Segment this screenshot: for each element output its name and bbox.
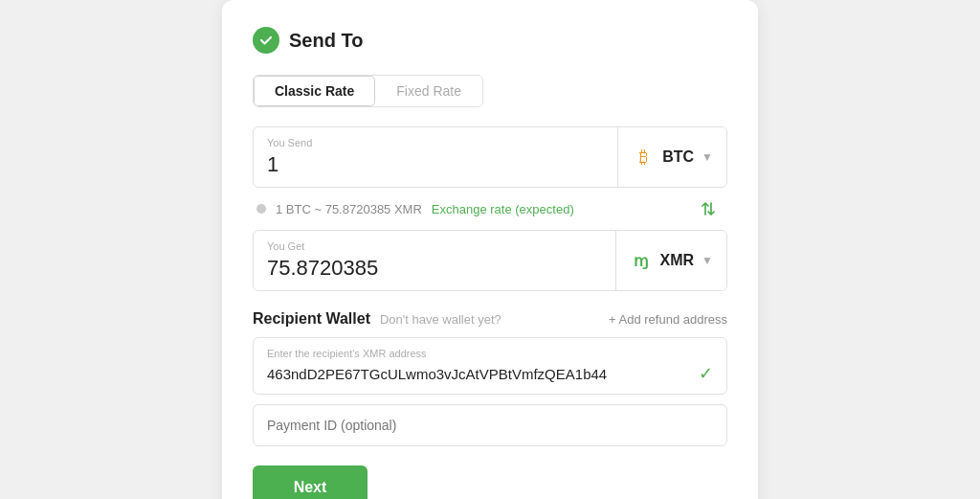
you-send-label: You Send <box>267 137 604 148</box>
exchange-section: You Send ₿ BTC ▼ 1 BTC ~ 75.8720385 XMR … <box>253 126 727 291</box>
address-valid-icon: ✓ <box>699 363 713 384</box>
exchange-rate-row: 1 BTC ~ 75.8720385 XMR Exchange rate (ex… <box>253 188 727 230</box>
you-get-row: You Get ɱ XMR ▼ <box>253 230 727 291</box>
rate-dot-icon <box>256 204 266 214</box>
get-currency-dropdown-icon: ▼ <box>702 254 713 267</box>
no-wallet-link[interactable]: Don't have wallet yet? <box>380 312 501 327</box>
next-button[interactable]: Next <box>253 465 368 499</box>
recipient-address-input[interactable] <box>267 366 691 382</box>
tab-fixed-rate[interactable]: Fixed Rate <box>375 76 482 106</box>
address-box: Enter the recipient's XMR address ✓ <box>253 337 727 395</box>
recipient-section: Recipient Wallet Don't have wallet yet? … <box>253 310 727 499</box>
recipient-title: Recipient Wallet <box>253 310 370 328</box>
send-currency-dropdown-icon: ▼ <box>702 150 713 164</box>
btc-icon: ₿ <box>632 146 655 169</box>
send-currency-selector[interactable]: ₿ BTC ▼ <box>617 127 726 187</box>
rate-tabs: Classic Rate Fixed Rate <box>253 75 483 107</box>
send-to-card: Send To Classic Rate Fixed Rate You Send… <box>222 0 758 499</box>
you-get-label: You Get <box>267 240 602 252</box>
get-currency-name: XMR <box>660 252 695 269</box>
tab-classic-rate[interactable]: Classic Rate <box>254 76 375 106</box>
add-refund-link[interactable]: + Add refund address <box>609 312 727 327</box>
card-header: Send To <box>253 27 727 54</box>
payment-id-box <box>253 404 727 446</box>
you-get-field: You Get <box>254 231 615 290</box>
check-circle-icon <box>253 27 279 54</box>
page-title: Send To <box>289 30 363 52</box>
exchange-rate-label[interactable]: Exchange rate (expected) <box>432 202 574 216</box>
payment-id-input[interactable] <box>267 418 713 433</box>
address-row: ✓ <box>267 363 713 384</box>
you-get-input[interactable] <box>267 256 602 281</box>
you-send-row: You Send ₿ BTC ▼ <box>253 126 727 188</box>
get-currency-selector[interactable]: ɱ XMR ▼ <box>615 231 726 290</box>
you-send-field: You Send <box>254 127 617 187</box>
xmr-icon: ɱ <box>630 249 653 272</box>
exchange-rate-text: 1 BTC ~ 75.8720385 XMR <box>276 202 422 216</box>
recipient-header: Recipient Wallet Don't have wallet yet? … <box>253 310 727 328</box>
address-label: Enter the recipient's XMR address <box>267 348 713 359</box>
you-send-input[interactable] <box>267 152 604 177</box>
swap-button[interactable] <box>693 197 724 220</box>
send-currency-name: BTC <box>662 148 694 166</box>
